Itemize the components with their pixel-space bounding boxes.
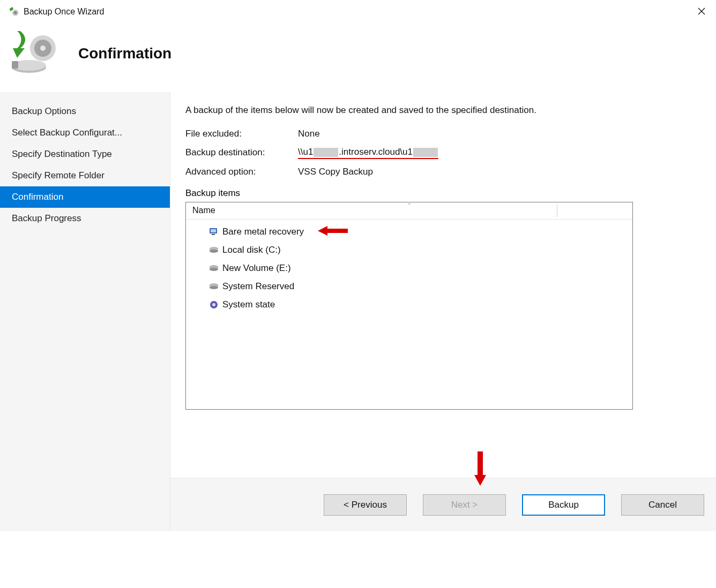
backup-items-list[interactable]: Name ⌃ Bare metal recovery (185, 202, 633, 410)
header: Confirmation (0, 24, 716, 92)
list-item[interactable]: Local disk (C:) (186, 241, 632, 259)
svg-point-20 (210, 286, 218, 289)
titlebar: Backup Once Wizard (0, 0, 716, 24)
field-label: File excluded: (185, 129, 298, 139)
content: A backup of the items below will now be … (170, 92, 716, 478)
column-separator (557, 205, 557, 217)
disk-icon (208, 263, 219, 274)
list-item-label: Local disk (C:) (222, 245, 281, 255)
step-select-backup-config[interactable]: Select Backup Configurat... (0, 122, 170, 144)
fields: File excluded: None Backup destination: … (185, 129, 701, 177)
list-item[interactable]: System Reserved (186, 277, 632, 296)
monitor-icon (208, 227, 219, 237)
svg-point-1 (14, 11, 17, 14)
redacted-text (314, 148, 338, 157)
field-label: Backup destination: (185, 147, 298, 158)
field-backup-destination: Backup destination: \\u1.introserv.cloud… (185, 147, 701, 159)
list-header[interactable]: Name ⌃ (186, 202, 632, 220)
footer: < Previous Next > Backup Cancel (170, 478, 716, 531)
step-confirmation[interactable]: Confirmation (0, 186, 170, 208)
sort-indicator-icon: ⌃ (407, 202, 412, 208)
field-value: VSS Copy Backup (298, 167, 373, 177)
backup-button[interactable]: Backup (522, 494, 605, 516)
list-item-label: Bare metal recovery (222, 227, 304, 237)
svg-point-22 (212, 303, 215, 306)
field-value: None (298, 129, 320, 139)
step-specify-destination-type[interactable]: Specify Destination Type (0, 144, 170, 165)
column-name: Name (192, 206, 215, 215)
list-item[interactable]: Bare metal recovery (186, 223, 632, 241)
field-file-excluded: File excluded: None (185, 129, 701, 139)
close-icon[interactable] (692, 2, 711, 20)
svg-point-14 (210, 250, 218, 253)
list-item-label: System state (222, 299, 275, 310)
svg-point-4 (40, 46, 46, 51)
step-backup-options[interactable]: Backup Options (0, 101, 170, 122)
backup-items-label: Backup items (185, 188, 701, 199)
wizard-icon (9, 29, 73, 79)
list-rows: Bare metal recovery Local disk (C:) (186, 220, 632, 317)
app-icon (8, 6, 19, 18)
cancel-button[interactable]: Cancel (621, 494, 704, 516)
svg-marker-11 (318, 226, 348, 236)
list-item[interactable]: System state (186, 296, 632, 314)
sidebar-footer-gap (0, 478, 170, 531)
intro-text: A backup of the items below will now be … (185, 104, 593, 117)
step-backup-progress[interactable]: Backup Progress (0, 208, 170, 229)
svg-point-17 (210, 268, 218, 271)
field-value: \\u1.introserv.cloud\u1 (298, 147, 438, 159)
next-button: Next > (423, 494, 506, 516)
redacted-text (413, 148, 438, 157)
disk-icon (208, 281, 219, 292)
body: Backup Options Select Backup Configurat.… (0, 92, 716, 478)
svg-rect-7 (12, 61, 18, 69)
step-specify-remote-folder[interactable]: Specify Remote Folder (0, 165, 170, 186)
list-item[interactable]: New Volume (E:) (186, 259, 632, 277)
window-title: Backup Once Wizard (24, 7, 104, 17)
sidebar: Backup Options Select Backup Configurat.… (0, 92, 170, 478)
disk-icon (208, 245, 219, 255)
list-item-label: New Volume (E:) (222, 263, 291, 274)
field-advanced-option: Advanced option: VSS Copy Backup (185, 167, 701, 177)
gear-icon (208, 299, 219, 310)
svg-rect-9 (211, 229, 216, 232)
annotation-arrow-icon (318, 225, 348, 237)
list-item-label: System Reserved (222, 281, 294, 292)
svg-rect-10 (212, 234, 215, 235)
field-label: Advanced option: (185, 167, 298, 177)
previous-button[interactable]: < Previous (324, 494, 407, 516)
page-title: Confirmation (78, 45, 171, 62)
